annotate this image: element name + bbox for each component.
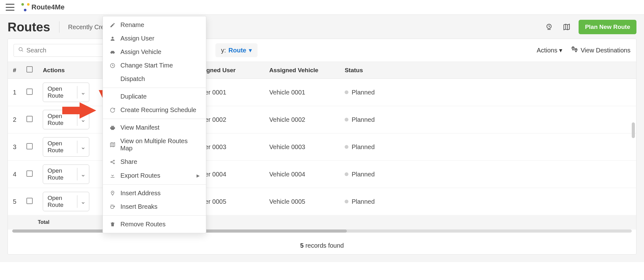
menu-view-manifest-label: View Manifest [120,124,159,131]
col-actions: Actions [38,62,94,79]
top-bar: Route4Me [0,0,644,15]
menu-create-recurring[interactable]: Create Recurring Schedule [103,103,206,117]
sub-header: Routes Recently Created ▾ Plan New Route [8,20,636,34]
logo[interactable]: Route4Me [21,3,64,11]
coffee-icon [109,203,116,210]
caret-down-icon: ▾ [559,46,562,54]
row-checkbox[interactable] [26,89,33,95]
row-checkbox[interactable] [26,116,33,122]
menu-share[interactable]: Share [103,155,206,169]
chevron-down-icon[interactable]: ⌄ [77,168,89,180]
open-route-button[interactable]: Open Route ⌄ [43,110,89,129]
assigned-vehicle: Vehicle 0003 [264,133,340,161]
row-checkbox[interactable] [26,198,33,204]
page-body: Routes Recently Created ▾ Plan New Route… [0,15,644,262]
download-icon [109,172,116,179]
chevron-down-icon[interactable]: ⌄ [77,141,89,153]
svg-point-6 [112,37,114,39]
chevron-down-icon[interactable]: ⌄ [77,86,89,99]
search-input-wrapper[interactable] [14,44,108,57]
assigned-vehicle: Vehicle 0005 [264,188,340,215]
table-row: 4 Open Route ⌄ Driver 0004 Vehicle 0004 … [8,161,636,188]
clock-icon [109,62,116,69]
row-checkbox[interactable] [26,143,33,149]
row-checkbox[interactable] [26,170,33,177]
logo-mark-icon [21,3,30,11]
status-badge: Planned [345,89,631,96]
pin-plus-icon [109,190,116,197]
menu-remove-routes[interactable]: Remove Routes [103,218,206,231]
search-icon [18,47,24,54]
toolbar-right: Actions ▾ View Destinations [537,46,630,55]
menu-icon[interactable] [6,4,14,11]
menu-dispatch[interactable]: Dispatch [103,72,206,86]
menu-insert-address[interactable]: Insert Address [103,186,206,200]
divider [103,119,206,119]
menu-recurring-label: Create Recurring Schedule [120,106,196,114]
show-by-selector[interactable]: y: Route ▾ [215,43,258,57]
status-badge: Planned [345,143,631,151]
caret-down-icon: ▾ [249,46,252,54]
timeline-icon[interactable] [543,21,555,33]
menu-insert-breaks[interactable]: Insert Breaks [103,200,206,213]
plan-new-route-button[interactable]: Plan New Route [579,20,636,34]
total-row: Total [8,215,636,229]
assigned-vehicle: Vehicle 0001 [264,79,340,106]
dispatch-icon [109,76,116,83]
vertical-scrollbar[interactable] [632,122,635,138]
menu-dispatch-label: Dispatch [120,75,145,83]
menu-rename-label: Rename [120,21,144,29]
total-label: Total [38,219,49,225]
menu-rename[interactable]: Rename [103,18,206,32]
menu-duplicate-label: Duplicate [120,93,147,100]
routes-table: # Actions Assigned User Assigned Vehicle… [8,62,636,229]
col-status: Status [340,62,636,79]
view-destinations-button[interactable]: View Destinations [571,46,630,55]
map-icon[interactable] [561,21,572,33]
svg-point-10 [114,163,114,164]
search-input[interactable] [26,47,103,54]
status-badge: Planned [345,198,631,205]
chevron-down-icon[interactable]: ⌄ [77,195,89,208]
menu-view-multi-map[interactable]: View on Multiple Routes Map [103,134,206,155]
open-route-button[interactable]: Open Route ⌄ [43,137,89,157]
trash-icon [109,221,116,228]
open-route-label: Open Route [43,165,77,184]
menu-share-label: Share [120,158,137,165]
actions-dropdown[interactable]: Actions ▾ [537,46,563,54]
menu-assign-user[interactable]: Assign User [103,32,206,45]
open-route-button[interactable]: Open Route ⌄ [43,164,89,184]
open-route-label: Open Route [43,192,77,211]
svg-point-9 [114,160,114,161]
menu-duplicate[interactable]: Duplicate [103,90,206,103]
divider [103,88,206,88]
divider [59,21,59,33]
menu-multi-map-label: View on Multiple Routes Map [120,137,200,152]
open-route-label: Open Route [43,137,77,156]
pencil-icon [109,22,116,29]
open-route-button[interactable]: Open Route ⌄ [43,192,89,211]
svg-point-3 [576,49,576,50]
menu-remove-label: Remove Routes [120,221,165,228]
table-row: 5 Open Route ⌄ Driver 0005 Vehicle 0005 … [8,188,636,215]
menu-export-routes[interactable]: Export Routes ▸ [103,169,206,182]
menu-change-start-time[interactable]: Change Start Time [103,59,206,72]
menu-view-manifest[interactable]: View Manifest [103,121,206,134]
col-assigned-vehicle: Assigned Vehicle [264,62,340,79]
assigned-vehicle: Vehicle 0002 [264,106,340,133]
context-menu: Rename Assign User Assign Vehicle Change… [103,16,206,233]
showby-prefix: y: [221,47,226,54]
view-destinations-label: View Destinations [580,47,630,54]
recurring-icon [109,107,116,114]
page-title: Routes [8,20,50,34]
records-count: 5 [300,242,304,249]
open-route-button[interactable]: Open Route ⌄ [43,83,89,102]
records-suffix: records found [304,242,344,249]
chevron-right-icon: ▸ [197,172,200,179]
chevron-down-icon[interactable]: ⌄ [77,113,89,126]
row-number: 3 [8,133,21,161]
row-number: 1 [8,79,21,106]
menu-insert-breaks-label: Insert Breaks [120,203,158,210]
select-all-checkbox[interactable] [26,66,33,73]
menu-assign-vehicle[interactable]: Assign Vehicle [103,45,206,59]
